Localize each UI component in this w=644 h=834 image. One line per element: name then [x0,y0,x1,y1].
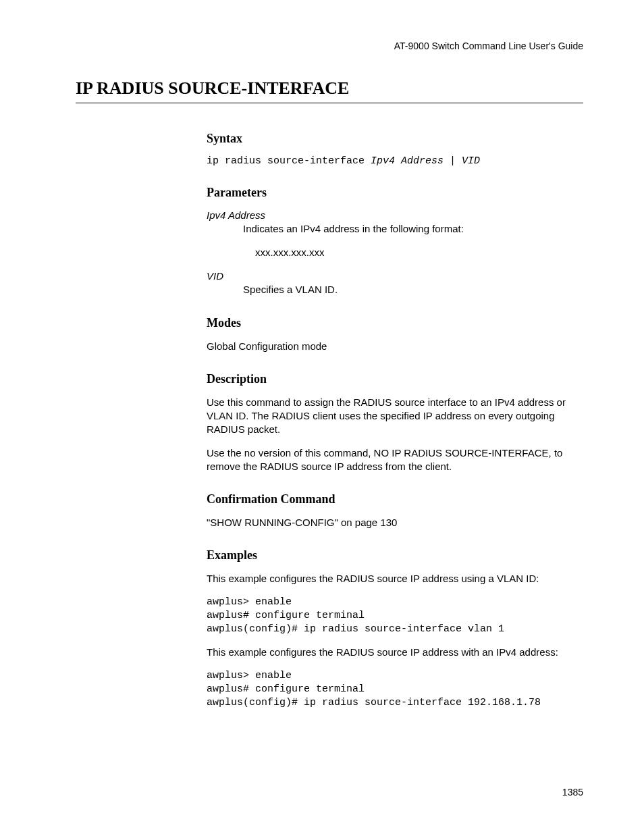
examples-code1: awplus> enable awplus# configure termina… [207,596,583,637]
parameters-heading: Parameters [207,186,583,200]
param-desc-vid: Specifies a VLAN ID. [243,283,583,296]
description-p1: Use this command to assign the RADIUS so… [207,396,583,437]
examples-intro1: This example configures the RADIUS sourc… [207,572,583,585]
command-title: IP RADIUS SOURCE-INTERFACE [76,78,583,103]
param-desc-ipv4: Indicates an IPv4 address in the followi… [243,222,583,236]
examples-code2: awplus> enable awplus# configure termina… [207,669,583,710]
description-p2: Use the no version of this command, NO I… [207,446,583,474]
page-number: 1385 [562,787,583,798]
confirmation-text: "SHOW RUNNING-CONFIG" on page 130 [207,516,583,529]
modes-text: Global Configuration mode [207,340,583,353]
description-heading: Description [207,372,583,386]
content-column: Syntax ip radius source-interface Ipv4 A… [207,132,583,710]
doc-header-title: AT-9000 Switch Command Line User's Guide [394,41,583,51]
param-term-ipv4: Ipv4 Address [207,209,583,221]
examples-heading: Examples [207,548,583,563]
syntax-args: Ipv4 Address | VID [371,155,480,167]
confirmation-heading: Confirmation Command [207,492,583,506]
modes-heading: Modes [207,316,583,330]
syntax-prefix: ip radius source-interface [207,155,371,167]
param-sub-ipv4-format: xxx.xxx.xxx.xxx [255,246,583,258]
syntax-command: ip radius source-interface Ipv4 Address … [207,155,583,167]
param-term-vid: VID [207,270,583,282]
examples-intro2: This example configures the RADIUS sourc… [207,646,583,659]
syntax-heading: Syntax [207,132,583,146]
